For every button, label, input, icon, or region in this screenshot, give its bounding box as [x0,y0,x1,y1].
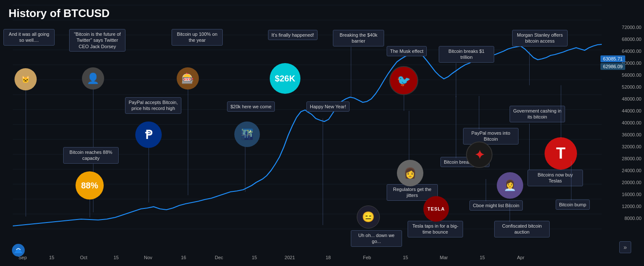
y-label-12000: 12000.00 [622,204,641,209]
x-label-oct: Oct [80,255,87,260]
y-label-40000: 40000.00 [622,120,641,125]
y-label-52000: 52000.00 [622,84,641,90]
y-label-64000: 64000.00 [622,49,641,54]
watermark-logo [12,244,25,257]
price-badge-high: 63085.71 [600,55,625,62]
x-label-18: 18 [326,255,331,260]
x-label-feb: Feb [363,255,371,260]
price-badge-low: 62986.09 [600,63,625,70]
x-label-16: 16 [181,255,186,260]
x-label-apr: Apr [517,255,524,260]
x-label-15e: 15 [480,255,485,260]
nav-arrow-forward[interactable]: » [619,241,631,253]
x-label-15c: 15 [252,255,257,260]
y-label-24000: 24000.00 [622,168,641,173]
y-label-72000: 72000.00 [622,25,641,30]
y-label-32000: 32000.00 [622,144,641,149]
x-label-mar: Mar [440,255,448,260]
y-label-16000: 16000.00 [622,192,641,197]
x-label-2021: 2021 [285,255,295,260]
y-label-44000: 44000.00 [622,108,641,113]
y-label-36000: 36000.00 [622,132,641,137]
y-label-56000: 56000.00 [622,72,641,78]
x-label-15d: 15 [403,255,408,260]
y-label-48000: 48000.00 [622,96,641,101]
y-label-28000: 28000.00 [622,156,641,161]
x-label-15a: 15 [49,255,54,260]
price-chart [0,0,615,252]
y-label-20000: 20000.00 [622,180,641,185]
y-label-8000: 8000.00 [624,216,641,221]
x-label-nov: Nov [144,255,152,260]
x-label-dec: Dec [215,255,223,260]
y-label-68000: 68000.00 [622,37,641,42]
x-label-15b: 15 [114,255,119,260]
chart-container: History of BTCUSD 72000.00 68000.00 6400… [0,0,644,266]
